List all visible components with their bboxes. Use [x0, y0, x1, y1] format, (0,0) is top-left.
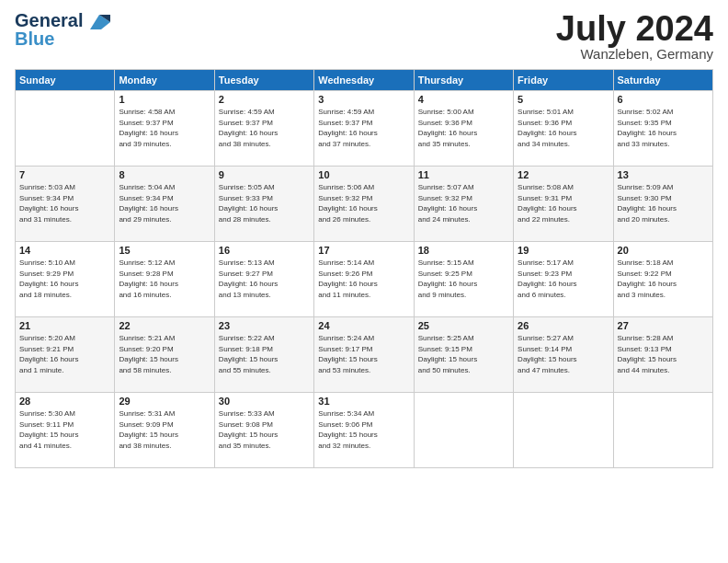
day-info: Sunrise: 5:20 AM Sunset: 9:21 PM Dayligh…: [19, 333, 110, 375]
day-info: Sunrise: 5:14 AM Sunset: 9:26 PM Dayligh…: [318, 258, 409, 300]
day-number: 12: [518, 169, 609, 180]
day-info: Sunrise: 5:34 AM Sunset: 9:06 PM Dayligh…: [318, 408, 409, 451]
day-number: 13: [618, 169, 709, 180]
calendar-cell: 23Sunrise: 5:22 AM Sunset: 9:18 PM Dayli…: [214, 317, 313, 393]
day-info: Sunrise: 5:13 AM Sunset: 9:27 PM Dayligh…: [219, 258, 310, 300]
day-number: 24: [318, 320, 409, 331]
calendar-week-row: 14Sunrise: 5:10 AM Sunset: 9:29 PM Dayli…: [16, 242, 713, 317]
calendar-cell: 19Sunrise: 5:17 AM Sunset: 9:23 PM Dayli…: [514, 242, 613, 317]
calendar-cell: 8Sunrise: 5:04 AM Sunset: 9:34 PM Daylig…: [115, 167, 214, 242]
calendar-cell: [414, 393, 513, 468]
calendar-week-row: 21Sunrise: 5:20 AM Sunset: 9:21 PM Dayli…: [16, 317, 713, 393]
day-number: 6: [618, 94, 709, 105]
logo-icon: [90, 15, 110, 29]
day-number: 3: [318, 94, 409, 105]
calendar-week-row: 1Sunrise: 4:58 AM Sunset: 9:37 PM Daylig…: [16, 91, 713, 167]
calendar-cell: 24Sunrise: 5:24 AM Sunset: 9:17 PM Dayli…: [314, 317, 414, 393]
day-info: Sunrise: 5:22 AM Sunset: 9:18 PM Dayligh…: [219, 333, 310, 375]
calendar-cell: 10Sunrise: 5:06 AM Sunset: 9:32 PM Dayli…: [314, 167, 414, 242]
day-number: 16: [219, 245, 310, 256]
day-header-saturday: Saturday: [613, 70, 712, 91]
day-info: Sunrise: 5:04 AM Sunset: 9:34 PM Dayligh…: [119, 182, 210, 224]
calendar-cell: 14Sunrise: 5:10 AM Sunset: 9:29 PM Dayli…: [16, 242, 115, 317]
calendar-week-row: 28Sunrise: 5:30 AM Sunset: 9:11 PM Dayli…: [16, 393, 713, 468]
day-number: 1: [119, 94, 210, 105]
day-number: 9: [219, 169, 310, 180]
day-header-friday: Friday: [514, 70, 613, 91]
day-header-thursday: Thursday: [414, 70, 513, 91]
calendar-cell: 21Sunrise: 5:20 AM Sunset: 9:21 PM Dayli…: [16, 317, 115, 393]
calendar-cell: 30Sunrise: 5:33 AM Sunset: 9:08 PM Dayli…: [214, 393, 313, 468]
day-number: 28: [19, 396, 110, 407]
day-header-sunday: Sunday: [16, 70, 115, 91]
day-number: 14: [19, 245, 110, 256]
day-info: Sunrise: 5:18 AM Sunset: 9:22 PM Dayligh…: [618, 258, 709, 300]
location-subtitle: Wanzleben, Germany: [556, 46, 713, 62]
calendar-cell: 5Sunrise: 5:01 AM Sunset: 9:36 PM Daylig…: [514, 91, 613, 167]
day-number: 20: [618, 245, 709, 256]
calendar-cell: 9Sunrise: 5:05 AM Sunset: 9:33 PM Daylig…: [214, 167, 313, 242]
day-info: Sunrise: 5:10 AM Sunset: 9:29 PM Dayligh…: [19, 258, 110, 300]
calendar-cell: 12Sunrise: 5:08 AM Sunset: 9:31 PM Dayli…: [514, 167, 613, 242]
day-number: 4: [418, 94, 509, 105]
day-number: 21: [19, 320, 110, 331]
calendar-week-row: 7Sunrise: 5:03 AM Sunset: 9:34 PM Daylig…: [16, 167, 713, 242]
day-info: Sunrise: 5:17 AM Sunset: 9:23 PM Dayligh…: [518, 258, 609, 300]
calendar-cell: 11Sunrise: 5:07 AM Sunset: 9:32 PM Dayli…: [414, 167, 513, 242]
day-number: 19: [518, 245, 609, 256]
day-number: 5: [518, 94, 609, 105]
day-info: Sunrise: 5:31 AM Sunset: 9:09 PM Dayligh…: [119, 408, 210, 451]
calendar-cell: 16Sunrise: 5:13 AM Sunset: 9:27 PM Dayli…: [214, 242, 313, 317]
day-info: Sunrise: 5:01 AM Sunset: 9:36 PM Dayligh…: [518, 107, 609, 149]
day-number: 23: [219, 320, 310, 331]
day-number: 8: [119, 169, 210, 180]
day-info: Sunrise: 5:15 AM Sunset: 9:25 PM Dayligh…: [418, 258, 509, 300]
calendar-cell: 13Sunrise: 5:09 AM Sunset: 9:30 PM Dayli…: [613, 167, 712, 242]
logo-general: General: [15, 10, 83, 30]
calendar-cell: 29Sunrise: 5:31 AM Sunset: 9:09 PM Dayli…: [115, 393, 214, 468]
page-container: General Blue July 2024 Wanzleben, German…: [0, 0, 728, 479]
calendar-cell: 22Sunrise: 5:21 AM Sunset: 9:20 PM Dayli…: [115, 317, 214, 393]
day-number: 7: [19, 169, 110, 180]
calendar-cell: 18Sunrise: 5:15 AM Sunset: 9:25 PM Dayli…: [414, 242, 513, 317]
day-info: Sunrise: 5:30 AM Sunset: 9:11 PM Dayligh…: [19, 408, 110, 451]
day-info: Sunrise: 5:27 AM Sunset: 9:14 PM Dayligh…: [518, 333, 609, 375]
calendar-cell: [613, 393, 712, 468]
calendar-cell: [16, 91, 115, 167]
calendar-cell: 15Sunrise: 5:12 AM Sunset: 9:28 PM Dayli…: [115, 242, 214, 317]
calendar-cell: 3Sunrise: 4:59 AM Sunset: 9:37 PM Daylig…: [314, 91, 414, 167]
day-number: 17: [318, 245, 409, 256]
calendar-table: SundayMondayTuesdayWednesdayThursdayFrid…: [15, 69, 713, 468]
day-info: Sunrise: 5:12 AM Sunset: 9:28 PM Dayligh…: [119, 258, 210, 300]
day-info: Sunrise: 4:59 AM Sunset: 9:37 PM Dayligh…: [219, 107, 310, 149]
day-header-tuesday: Tuesday: [214, 70, 313, 91]
day-number: 22: [119, 320, 210, 331]
day-number: 25: [418, 320, 509, 331]
day-header-wednesday: Wednesday: [314, 70, 414, 91]
calendar-cell: 26Sunrise: 5:27 AM Sunset: 9:14 PM Dayli…: [514, 317, 613, 393]
day-info: Sunrise: 4:59 AM Sunset: 9:37 PM Dayligh…: [318, 107, 409, 149]
day-number: 29: [119, 396, 210, 407]
calendar-header-row: SundayMondayTuesdayWednesdayThursdayFrid…: [16, 70, 713, 91]
calendar-cell: 4Sunrise: 5:00 AM Sunset: 9:36 PM Daylig…: [414, 91, 513, 167]
day-info: Sunrise: 5:28 AM Sunset: 9:13 PM Dayligh…: [618, 333, 709, 375]
day-number: 26: [518, 320, 609, 331]
calendar-cell: 25Sunrise: 5:25 AM Sunset: 9:15 PM Dayli…: [414, 317, 513, 393]
header: General Blue July 2024 Wanzleben, German…: [15, 11, 713, 62]
calendar-cell: 2Sunrise: 4:59 AM Sunset: 9:37 PM Daylig…: [214, 91, 313, 167]
calendar-cell: 17Sunrise: 5:14 AM Sunset: 9:26 PM Dayli…: [314, 242, 414, 317]
month-title: July 2024: [556, 11, 713, 46]
day-info: Sunrise: 5:33 AM Sunset: 9:08 PM Dayligh…: [219, 408, 310, 451]
day-info: Sunrise: 5:06 AM Sunset: 9:32 PM Dayligh…: [318, 182, 409, 224]
calendar-cell: 28Sunrise: 5:30 AM Sunset: 9:11 PM Dayli…: [16, 393, 115, 468]
day-info: Sunrise: 5:02 AM Sunset: 9:35 PM Dayligh…: [618, 107, 709, 149]
day-number: 2: [219, 94, 310, 105]
calendar-cell: 7Sunrise: 5:03 AM Sunset: 9:34 PM Daylig…: [16, 167, 115, 242]
title-section: July 2024 Wanzleben, Germany: [556, 11, 713, 62]
calendar-cell: 1Sunrise: 4:58 AM Sunset: 9:37 PM Daylig…: [115, 91, 214, 167]
day-number: 27: [618, 320, 709, 331]
calendar-cell: [514, 393, 613, 468]
day-number: 15: [119, 245, 210, 256]
day-number: 18: [418, 245, 509, 256]
day-info: Sunrise: 5:07 AM Sunset: 9:32 PM Dayligh…: [418, 182, 509, 224]
